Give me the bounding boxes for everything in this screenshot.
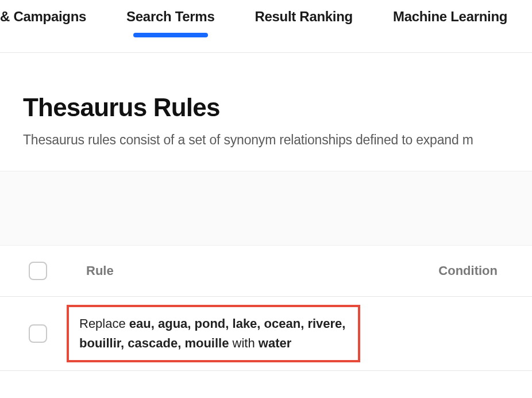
- page-title: Thesaurus Rules: [23, 93, 532, 122]
- tab-search-terms[interactable]: Search Terms: [126, 9, 214, 35]
- select-all-checkbox[interactable]: [29, 262, 47, 280]
- page-header: Thesaurus Rules Thesaurus rules consist …: [0, 53, 532, 148]
- rule-description: Replace eau, agua, pond, lake, ocean, ri…: [67, 305, 360, 362]
- toolbar-band: [0, 171, 532, 246]
- rule-target: water: [259, 336, 291, 350]
- tab-bar: & Campaigns Search Terms Result Ranking …: [0, 0, 532, 53]
- tab-result-ranking[interactable]: Result Ranking: [255, 9, 353, 35]
- table-header-row: Rule Condition: [0, 246, 532, 297]
- tab-campaigns[interactable]: & Campaigns: [0, 9, 86, 35]
- row-checkbox[interactable]: [29, 324, 47, 343]
- rule-word-with: with: [233, 336, 255, 350]
- rule-terms-line1: eau, agua, pond, lake, ocean, rivere,: [129, 316, 346, 331]
- table-row[interactable]: Replace eau, agua, pond, lake, ocean, ri…: [0, 297, 532, 371]
- rule-word-replace: Replace: [79, 316, 126, 331]
- tab-machine-learning[interactable]: Machine Learning: [393, 9, 507, 35]
- page-subtitle: Thesaurus rules consist of a set of syno…: [23, 132, 532, 148]
- column-header-condition: Condition: [438, 263, 498, 278]
- rule-terms-line2: bouillir, cascade, mouille: [79, 336, 229, 350]
- column-header-rule: Rule: [86, 263, 114, 278]
